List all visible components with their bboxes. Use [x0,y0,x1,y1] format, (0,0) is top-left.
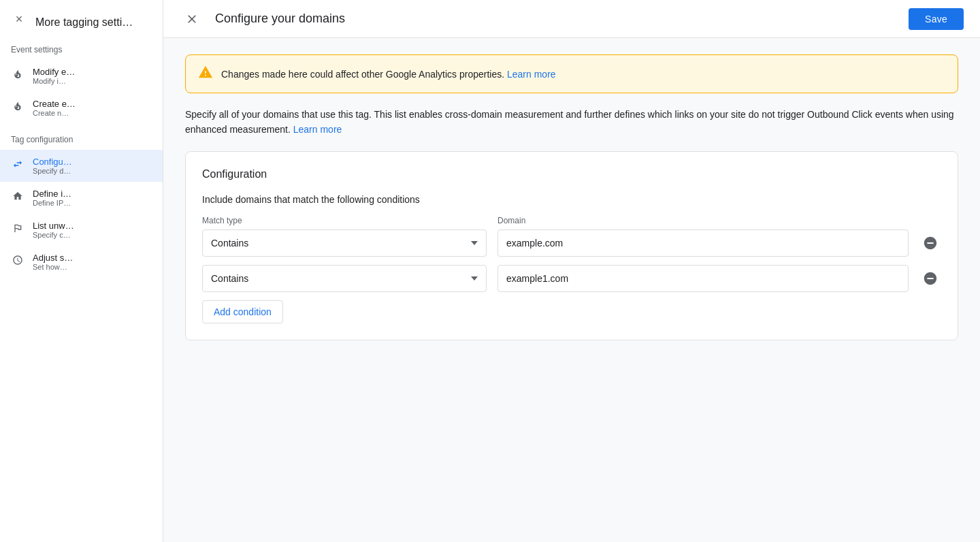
warning-banner: Changes made here could affect other Goo… [185,54,958,93]
domain-column-label: Domain [497,216,941,225]
modal-dialog: Configure your domains Save Changes made… [163,0,980,542]
configure-item-title: Configu… [33,157,152,167]
modal-header: Configure your domains Save [163,0,980,38]
configuration-card: Configuration Include domains that match… [185,151,958,340]
create-icon [11,99,24,113]
remove-condition-1-button[interactable] [919,232,941,254]
create-item-subtitle: Create n… [33,109,152,117]
config-card-title: Configuration [202,168,941,180]
sidebar-item-adjust[interactable]: Adjust s… Set how… [0,246,163,278]
modal-title: Configure your domains [215,12,909,26]
adjust-icon [11,253,24,267]
domain-input-2[interactable] [497,265,909,292]
remove-condition-2-button[interactable] [919,268,941,289]
adjust-item-content: Adjust s… Set how… [33,253,152,271]
sidebar-item-define[interactable]: Define i… Define IP… [0,182,163,214]
domain-input-1[interactable] [497,229,909,257]
add-condition-button[interactable]: Add condition [202,300,283,323]
configure-item-subtitle: Specify d… [33,167,152,175]
configure-icon [11,157,24,171]
define-item-subtitle: Define IP… [33,199,152,207]
adjust-item-subtitle: Set how… [33,263,152,271]
description-learn-more-link[interactable]: Learn more [293,124,342,135]
modify-item-subtitle: Modify i… [33,77,152,85]
modify-icon [11,67,24,81]
sidebar-item-create[interactable]: Create e… Create n… [0,92,163,124]
configure-item-content: Configu… Specify d… [33,157,152,175]
conditions-header: Include domains that match the following… [202,194,941,205]
background-panel: × More tagging setti… Event settings Mod… [0,0,163,542]
modal-close-button[interactable] [180,7,204,31]
define-item-title: Define i… [33,189,152,199]
warning-learn-more-link[interactable]: Learn more [507,69,556,80]
save-button[interactable]: Save [909,8,964,30]
sidebar-item-list[interactable]: List unw… Specify c… [0,214,163,246]
define-icon [11,189,24,203]
background-close-icon[interactable]: × [8,8,30,30]
condition-row-1: Contains Equals Begins with Ends with Ma… [202,229,941,257]
warning-icon [198,65,213,83]
list-item-title: List unw… [33,221,152,231]
sidebar-item-modify[interactable]: Modify e… Modify i… [0,60,163,92]
create-item-content: Create e… Create n… [33,99,152,117]
match-type-column-label: Match type [202,216,487,225]
adjust-item-title: Adjust s… [33,253,152,263]
create-item-title: Create e… [33,99,152,109]
match-type-select-1[interactable]: Contains Equals Begins with Ends with Ma… [202,229,487,257]
list-item-subtitle: Specify c… [33,231,152,239]
condition-row-2: Contains Equals Begins with Ends with Ma… [202,265,941,292]
define-item-content: Define i… Define IP… [33,189,152,207]
event-settings-header: Event settings [0,34,163,60]
description-text: Specify all of your domains that use thi… [185,107,958,138]
sidebar-item-configure[interactable]: Configu… Specify d… [0,150,163,182]
warning-text: Changes made here could affect other Goo… [221,69,556,80]
modify-item-title: Modify e… [33,67,152,77]
condition-column-labels: Match type Domain [202,216,941,225]
list-item-content: List unw… Specify c… [33,221,152,239]
match-type-select-2[interactable]: Contains Equals Begins with Ends with Ma… [202,265,487,292]
modify-item-content: Modify e… Modify i… [33,67,152,85]
tag-config-header: Tag configuration [0,124,163,150]
modal-body: Changes made here could affect other Goo… [163,38,980,542]
list-icon [11,221,24,235]
